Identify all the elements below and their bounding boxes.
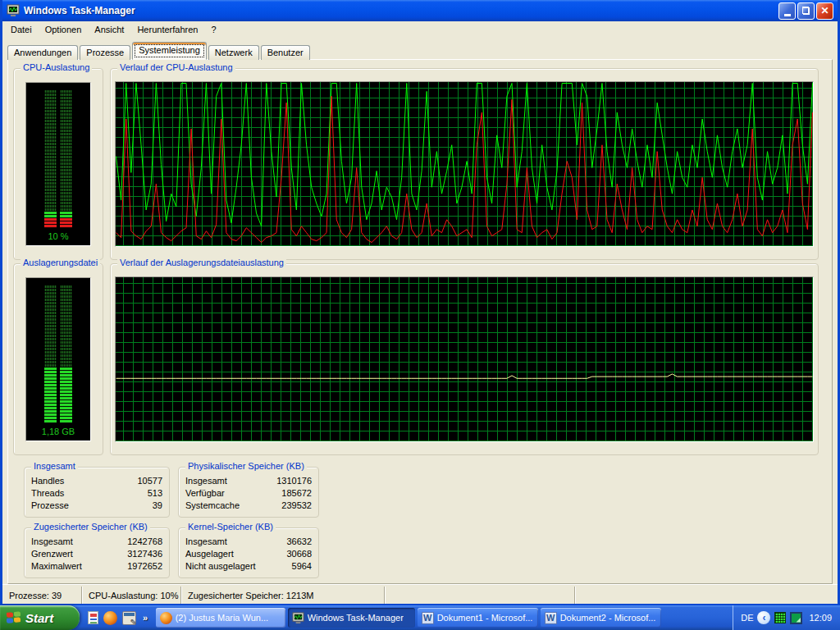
tab-netzwerk[interactable]: Netzwerk [208, 45, 259, 60]
start-button[interactable]: Start [0, 605, 80, 630]
stat-value: 30668 [286, 548, 312, 560]
cpu-history-group: Verlauf der CPU-Auslastung [110, 68, 819, 260]
stat-value: 36632 [286, 536, 312, 548]
stat-value: 185672 [281, 487, 312, 500]
tab-strip: Anwendungen Prozesse Systemleistung Netz… [7, 41, 833, 59]
taskbtn-label: (2) Justus Maria Wun... [176, 613, 269, 623]
stat-value: 39 [153, 500, 162, 512]
minimize-icon [784, 14, 791, 16]
close-button[interactable]: ✕ [816, 2, 833, 20]
status-cpu-usage: CPU-Auslastung: 10% [82, 587, 181, 604]
word-icon: W [422, 612, 434, 624]
physical-memory-group: Physikalischer Speicher (KB) Insgesamt13… [178, 467, 319, 518]
stat-label: Threads [31, 487, 148, 500]
status-empty [385, 587, 575, 604]
cpu-gauge-label: CPU-Auslastung [21, 62, 92, 72]
pagefile-gauge: 1,18 GB [25, 277, 91, 441]
pagefile-history-canvas [116, 277, 813, 441]
menu-optionen[interactable]: Optionen [39, 23, 89, 36]
stat-label: Grenzwert [31, 548, 127, 560]
cpu-usage-value: 10 % [48, 231, 68, 241]
menu-datei[interactable]: Datei [4, 23, 39, 36]
cpu-led-column [44, 90, 57, 228]
cpu-history-canvas [116, 82, 813, 246]
stat-value: 513 [148, 487, 162, 500]
stat-value: 1310176 [276, 475, 312, 487]
stat-value: 1242768 [127, 536, 162, 548]
cpu-row: CPU-Auslastung [13, 68, 819, 260]
tab-benutzer[interactable]: Benutzer [261, 45, 310, 60]
stat-label: Prozesse [31, 500, 153, 512]
cpu-gauge: 10 % [25, 82, 91, 246]
taskbtn-taskmanager[interactable]: Windows Task-Manager [288, 608, 415, 628]
pagefile-usage-value: 1,18 GB [42, 427, 75, 436]
stat-value: 239532 [281, 500, 312, 512]
commit-charge-group-title: Zugesicherter Speicher (KB) [31, 522, 150, 532]
firefox-icon [160, 612, 172, 624]
pagefile-gauge-group: Auslagerungsdatei 1,18 GB [13, 263, 103, 455]
status-bar: Prozesse: 39 CPU-Auslastung: 10% Zugesic… [2, 584, 838, 604]
tab-prozesse[interactable]: Prozesse [80, 45, 130, 60]
status-commit-charge: Zugesicherter Speicher: 1213M [181, 587, 385, 604]
stat-value: 10577 [137, 475, 162, 487]
totals-group: Insgesamt Handles10577 Threads513 Prozes… [24, 467, 170, 518]
taskbtn-label: Dokument1 - Microsof... [437, 613, 533, 623]
firefox-icon[interactable] [103, 611, 117, 625]
display-tray-icon[interactable] [790, 612, 802, 624]
tab-anwendungen[interactable]: Anwendungen [7, 45, 78, 60]
stat-value: 5964 [292, 560, 312, 573]
stat-label: Ausgelagert [185, 548, 286, 560]
quick-launch-overflow-chevron[interactable]: » [141, 613, 149, 623]
cpu-history-label: Verlauf der CPU-Auslastung [117, 62, 235, 72]
title-bar[interactable]: Windows Task-Manager ✕ [2, 0, 838, 21]
menu-herunterfahren[interactable]: Herunterfahren [130, 23, 204, 36]
show-desktop-icon[interactable] [122, 611, 136, 625]
task-button-area: (2) Justus Maria Wun... Windows Task-Man… [154, 605, 733, 630]
stats-grid: Insgesamt Handles10577 Threads513 Prozes… [24, 467, 819, 578]
taskmanager-window: Windows Task-Manager ✕ Datei Optionen An… [0, 0, 840, 605]
stat-label: Verfügbar [185, 487, 281, 500]
language-indicator[interactable]: DE [741, 613, 753, 623]
windows-logo-icon [7, 611, 21, 625]
pagefile-gauge-label: Auslagerungsdatei [21, 258, 100, 267]
start-label: Start [25, 611, 53, 625]
stat-label: Insgesamt [185, 536, 286, 548]
restore-button[interactable] [797, 2, 815, 20]
minimize-button[interactable] [778, 2, 796, 20]
tab-systemleistung[interactable]: Systemleistung [132, 42, 207, 60]
cpu-gauge-group: CPU-Auslastung [13, 68, 103, 260]
desktop: Windows Task-Manager ✕ Datei Optionen An… [0, 0, 840, 630]
clock[interactable]: 12:09 [809, 613, 832, 623]
stat-value: 3127436 [127, 548, 162, 560]
taskbtn-label: Windows Task-Manager [308, 613, 404, 623]
system-tray: DE ‹ 12:09 [733, 605, 840, 630]
network-activity-icon[interactable] [774, 612, 786, 623]
taskmanager-icon [7, 4, 20, 17]
taskbtn-firefox[interactable]: (2) Justus Maria Wun... [156, 608, 285, 628]
hide-icons-button[interactable]: ‹ [757, 611, 770, 624]
status-empty [575, 587, 838, 604]
menu-ansicht[interactable]: Ansicht [88, 23, 130, 36]
stat-label: Insgesamt [31, 536, 127, 548]
pagefile-history-group: Verlauf der Auslagerungsdateiauslastung [110, 263, 819, 455]
stat-label: Nicht ausgelagert [185, 560, 292, 573]
status-processes: Prozesse: 39 [2, 587, 82, 604]
tab-area: Anwendungen Prozesse Systemleistung Netz… [2, 38, 838, 584]
taskbtn-dokument1[interactable]: W Dokument1 - Microsof... [418, 608, 538, 628]
performance-tab-page: CPU-Auslastung [7, 59, 833, 584]
stat-label: Handles [31, 475, 137, 487]
cpu-led-column [60, 90, 72, 228]
word-icon: W [545, 612, 557, 624]
document-icon[interactable] [88, 611, 98, 624]
restore-icon [802, 7, 810, 14]
commit-charge-group: Zugesicherter Speicher (KB) Insgesamt124… [24, 527, 170, 578]
quick-launch-bar: » [80, 611, 154, 625]
window-title: Windows Task-Manager [24, 5, 777, 16]
stat-label: Systemcache [185, 500, 281, 512]
taskbtn-dokument2[interactable]: W Dokument2 - Microsof... [541, 608, 661, 628]
physical-memory-group-title: Physikalischer Speicher (KB) [185, 461, 307, 471]
taskmanager-icon [292, 612, 304, 624]
menu-bar: Datei Optionen Ansicht Herunterfahren ? [2, 21, 838, 38]
menu-hilfe[interactable]: ? [204, 23, 222, 36]
pagefile-led-column [44, 285, 57, 423]
